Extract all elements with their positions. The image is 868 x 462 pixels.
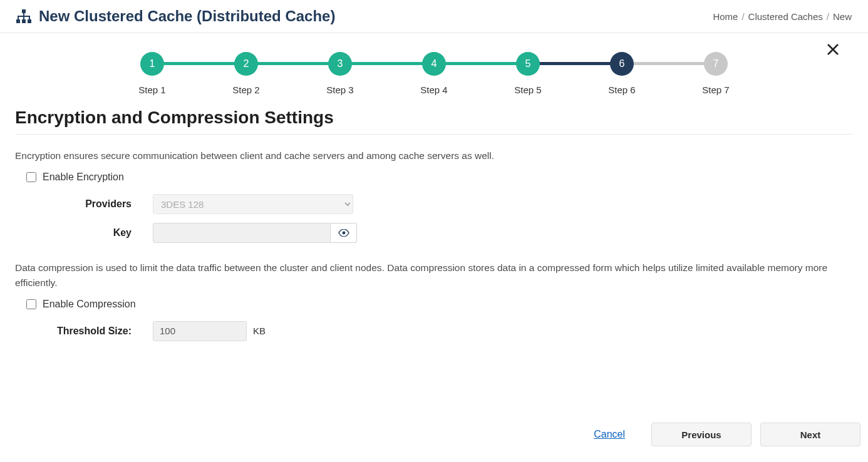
- key-input[interactable]: [153, 223, 331, 243]
- step-7[interactable]: 7 Step 7: [669, 52, 763, 95]
- page-title: New Clustered Cache (Distributed Cache): [39, 8, 335, 25]
- enable-compression-label[interactable]: Enable Compression: [43, 299, 136, 310]
- svg-rect-3: [28, 19, 31, 23]
- step-4[interactable]: 4 Step 4: [387, 52, 481, 95]
- step-label-1: Step 1: [138, 85, 165, 95]
- svg-point-4: [342, 232, 345, 235]
- providers-select[interactable]: 3DES 128: [153, 194, 353, 214]
- eye-icon: [338, 229, 349, 237]
- step-circle-3: 3: [328, 52, 352, 76]
- cancel-link[interactable]: Cancel: [594, 429, 625, 440]
- step-circle-6: 6: [610, 52, 634, 76]
- enable-compression-checkbox[interactable]: [26, 299, 36, 309]
- section-divider: [15, 134, 853, 135]
- previous-button[interactable]: Previous: [651, 423, 752, 446]
- breadcrumb-sep: /: [741, 11, 744, 22]
- header-left: New Clustered Cache (Distributed Cache): [16, 8, 335, 25]
- step-2[interactable]: 2 Step 2: [199, 52, 293, 95]
- svg-rect-0: [22, 9, 26, 13]
- step-circle-7: 7: [704, 52, 728, 76]
- encryption-description: Encryption ensures secure communication …: [15, 148, 853, 163]
- step-circle-4: 4: [422, 52, 446, 76]
- sitemap-icon: [16, 9, 31, 23]
- breadcrumb: Home / Clustered Caches / New: [713, 11, 852, 22]
- svg-rect-1: [16, 19, 20, 23]
- threshold-unit: KB: [253, 326, 266, 336]
- reveal-key-button[interactable]: [331, 223, 357, 243]
- enable-encryption-row: Enable Encryption: [26, 172, 853, 183]
- key-row: Key: [15, 223, 853, 243]
- step-circle-5: 5: [516, 52, 540, 76]
- step-1[interactable]: 1 Step 1: [105, 52, 199, 95]
- close-icon[interactable]: [825, 42, 840, 59]
- threshold-input[interactable]: [153, 321, 247, 341]
- step-label-4: Step 4: [420, 85, 447, 95]
- breadcrumb-sep: /: [827, 11, 829, 22]
- wizard-steps: 1 Step 1 2 Step 2 3 Step 3 4 Step 4 5 St…: [15, 33, 853, 95]
- step-label-7: Step 7: [702, 85, 729, 95]
- providers-row: Providers 3DES 128: [15, 194, 853, 214]
- wizard-footer: Cancel Previous Next: [594, 414, 860, 455]
- step-label-3: Step 3: [326, 85, 353, 95]
- svg-rect-2: [22, 19, 26, 23]
- breadcrumb-home[interactable]: Home: [713, 11, 738, 22]
- step-label-5: Step 5: [514, 85, 541, 95]
- section-title: Encryption and Compression Settings: [15, 108, 853, 128]
- threshold-row: Threshold Size: KB: [15, 321, 853, 341]
- step-label-6: Step 6: [608, 85, 635, 95]
- enable-encryption-label[interactable]: Enable Encryption: [43, 172, 124, 183]
- step-circle-2: 2: [234, 52, 258, 76]
- enable-compression-row: Enable Compression: [26, 299, 853, 310]
- breadcrumb-clustered-caches[interactable]: Clustered Caches: [748, 11, 823, 22]
- providers-label: Providers: [15, 198, 153, 210]
- step-6[interactable]: 6 Step 6: [575, 52, 669, 95]
- step-label-2: Step 2: [232, 85, 259, 95]
- next-button[interactable]: Next: [760, 423, 860, 446]
- key-label: Key: [15, 227, 153, 239]
- step-3[interactable]: 3 Step 3: [293, 52, 387, 95]
- compression-description: Data compression is used to limit the da…: [15, 260, 853, 290]
- step-circle-1: 1: [140, 52, 164, 76]
- breadcrumb-current: New: [833, 11, 852, 22]
- enable-encryption-checkbox[interactable]: [26, 172, 36, 182]
- step-5[interactable]: 5 Step 5: [481, 52, 575, 95]
- page-header: New Clustered Cache (Distributed Cache) …: [0, 0, 868, 33]
- threshold-label: Threshold Size:: [15, 326, 153, 337]
